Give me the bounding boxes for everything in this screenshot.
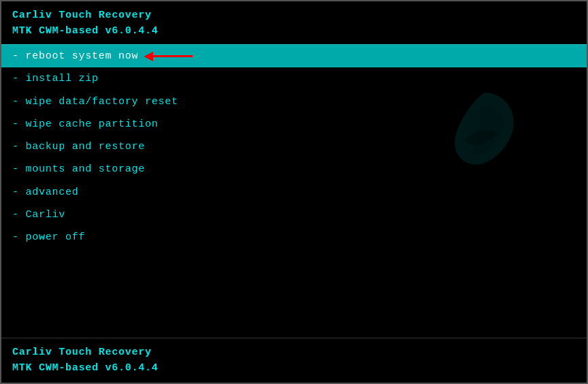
menu-item-wipe-data-label: - wipe data/factory reset <box>12 96 178 108</box>
menu-item-wipe-data[interactable]: - wipe data/factory reset <box>1 91 587 113</box>
header: Carliv Touch Recovery MTK CWM-based v6.0… <box>1 1 587 45</box>
header-line2: MTK CWM-based v6.0.4.4 <box>12 24 576 39</box>
menu-item-advanced-label: - advanced <box>12 187 79 198</box>
menu-item-install-zip[interactable]: - install zip <box>1 67 587 90</box>
menu-item-install-zip-label: - install zip <box>12 73 99 84</box>
red-arrow <box>144 52 193 61</box>
menu-item-mounts[interactable]: - mounts and storage <box>1 158 587 180</box>
recovery-screen: Carliv Touch Recovery MTK CWM-based v6.0… <box>0 0 588 384</box>
menu-item-wipe-cache[interactable]: - wipe cache partition <box>1 113 587 135</box>
menu-area: - reboot system now - install zip - wipe… <box>1 45 587 249</box>
footer-line2: MTK CWM-based v6.0.4.4 <box>12 361 576 377</box>
menu-item-power-off-label: - power off <box>12 231 85 243</box>
menu-wrapper: - reboot system now - install zip - wipe… <box>1 45 587 249</box>
menu-item-advanced[interactable]: - advanced <box>1 181 587 204</box>
footer-line1: Carliv Touch Recovery <box>12 345 576 361</box>
menu-item-reboot-label: - reboot system now <box>12 48 138 64</box>
spacer <box>1 249 587 338</box>
menu-item-carliv[interactable]: - Carliv <box>1 204 587 226</box>
menu-item-mounts-label: - mounts and storage <box>12 163 145 175</box>
menu-item-reboot[interactable]: - reboot system now <box>1 45 587 67</box>
menu-item-backup[interactable]: - backup and restore <box>1 135 587 158</box>
menu-item-wipe-cache-label: - wipe cache partition <box>12 118 159 130</box>
footer: Carliv Touch Recovery MTK CWM-based v6.0… <box>1 338 587 383</box>
menu-item-backup-label: - backup and restore <box>12 141 145 153</box>
arrow-shaft <box>152 55 193 57</box>
menu-item-power-off[interactable]: - power off <box>1 226 587 249</box>
menu-item-carliv-label: - Carliv <box>12 209 65 221</box>
header-line1: Carliv Touch Recovery <box>12 8 576 24</box>
